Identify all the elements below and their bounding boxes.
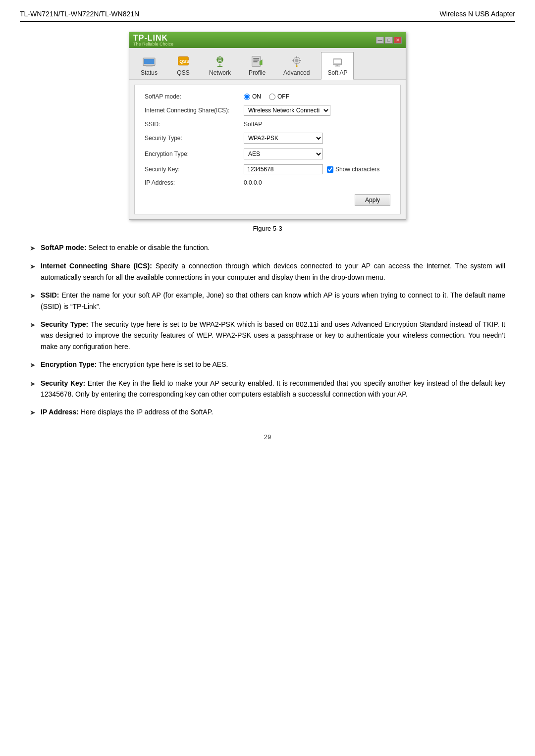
- bullet-arrow-0: ➤: [30, 243, 36, 253]
- doc-header-left: TL-WN721N/TL-WN722N/TL-WN821N: [20, 10, 139, 18]
- qss-icon: QSS: [175, 54, 191, 68]
- bullet-text-2: SSID: Enter the name for your soft AP (f…: [41, 290, 505, 312]
- nav-advanced[interactable]: Advanced: [277, 52, 316, 79]
- softap-mode-control: ON OFF: [244, 93, 390, 100]
- show-chars-checkbox[interactable]: [327, 166, 333, 173]
- softap-off-label: OFF: [277, 93, 289, 100]
- bullet-arrow-6: ➤: [30, 407, 36, 418]
- apply-button[interactable]: Apply: [355, 194, 390, 206]
- close-button[interactable]: ✕: [394, 37, 402, 44]
- encryption-type-label: Encryption Type:: [145, 151, 244, 157]
- bullet-text-3: Security Type: The security type here is…: [41, 319, 505, 352]
- app-window: TP-LINK The Reliable Choice — □ ✕ Status: [129, 32, 406, 220]
- bullet-term-4: Encryption Type:: [41, 360, 97, 368]
- body-content: ➤ SoftAP mode: Select to enable or disab…: [20, 242, 515, 418]
- softap-on-label: ON: [252, 93, 261, 100]
- ssid-row: SSID: SoftAP: [145, 121, 390, 128]
- bullet-desc-4: The encryption type here is set to be AE…: [97, 360, 228, 368]
- ip-address-control: 0.0.0.0: [244, 179, 390, 186]
- restore-button[interactable]: □: [385, 37, 393, 44]
- bullet-text-6: IP Address: Here displays the IP address…: [41, 406, 213, 417]
- show-chars-label[interactable]: Show characters: [327, 166, 379, 173]
- security-type-control: WPA2-PSK: [244, 133, 390, 144]
- brand-name: TP-LINK: [133, 34, 173, 42]
- status-icon: [141, 54, 157, 68]
- security-type-select[interactable]: WPA2-PSK: [244, 133, 323, 144]
- page-number: 29: [20, 433, 515, 441]
- minimize-button[interactable]: —: [376, 37, 384, 44]
- bullet-arrow-1: ➤: [30, 261, 36, 272]
- nav-status[interactable]: Status: [134, 52, 164, 79]
- ip-address-value: 0.0.0.0: [244, 179, 262, 186]
- bullet-term-2: SSID:: [41, 291, 59, 299]
- softap-on-input[interactable]: [244, 94, 250, 100]
- bullet-text-4: Encryption Type: The encryption type her…: [41, 359, 228, 370]
- bullet-item-1: ➤ Internet Connecting Share (ICS): Speci…: [30, 260, 505, 283]
- nav-qss[interactable]: QSS QSS: [169, 52, 198, 79]
- softap-off-radio[interactable]: OFF: [269, 93, 289, 100]
- security-key-input[interactable]: [244, 164, 323, 174]
- softap-on-radio[interactable]: ON: [244, 93, 261, 100]
- svg-rect-13: [253, 60, 259, 61]
- ics-row: Internet Connecting Share(ICS): Wireless…: [145, 105, 390, 116]
- softap-mode-radio-group: ON OFF: [244, 93, 289, 100]
- tp-link-logo: TP-LINK The Reliable Choice: [133, 34, 173, 47]
- svg-text:QSS: QSS: [179, 58, 189, 64]
- bullet-text-5: Security Key: Enter the Key in the field…: [41, 378, 505, 400]
- bullet-arrow-3: ➤: [30, 319, 36, 330]
- ics-select[interactable]: Wireless Network Connecti: [244, 105, 330, 116]
- svg-point-17: [295, 59, 298, 62]
- bullet-item-5: ➤ Security Key: Enter the Key in the fie…: [30, 378, 505, 400]
- window-controls: — □ ✕: [376, 37, 402, 44]
- profile-icon: [249, 54, 265, 68]
- title-bar: TP-LINK The Reliable Choice — □ ✕: [129, 32, 406, 48]
- ics-label: Internet Connecting Share(ICS):: [145, 107, 244, 114]
- network-icon: [212, 54, 228, 68]
- nav-profile-label: Profile: [249, 69, 266, 76]
- bullet-term-5: Security Key:: [41, 379, 85, 387]
- bullet-desc-3: The security type here is set to be WPA2…: [41, 320, 505, 351]
- nav-qss-label: QSS: [177, 69, 189, 76]
- nav-network-label: Network: [209, 69, 231, 76]
- nav-profile[interactable]: Profile: [242, 52, 272, 79]
- show-chars-text: Show characters: [335, 166, 379, 173]
- ssid-value: SoftAP: [244, 121, 262, 128]
- button-row: Apply: [145, 191, 390, 206]
- brand-tagline: The Reliable Choice: [133, 42, 173, 47]
- ics-control: Wireless Network Connecti: [244, 105, 390, 116]
- bullet-desc-6: Here displays the IP address of the Soft…: [79, 408, 213, 416]
- bullet-term-1: Internet Connecting Share (ICS):: [41, 262, 152, 270]
- security-key-label: Security Key:: [145, 166, 244, 173]
- bullet-arrow-2: ➤: [30, 290, 36, 301]
- advanced-icon: [289, 54, 305, 68]
- bullet-text-1: Internet Connecting Share (ICS): Specify…: [41, 260, 505, 283]
- security-type-row: Security Type: WPA2-PSK: [145, 133, 390, 144]
- security-key-row: Security Key: Show characters: [145, 164, 390, 174]
- bullet-term-0: SoftAP mode:: [41, 244, 86, 252]
- bullet-desc-5: Enter the Key in the field to make your …: [41, 379, 505, 398]
- softap-off-input[interactable]: [269, 94, 275, 100]
- ssid-control: SoftAP: [244, 121, 390, 128]
- svg-rect-26: [335, 66, 340, 67]
- bullet-desc-2: Enter the name for your soft AP (for exa…: [41, 291, 505, 310]
- softap-mode-row: SoftAP mode: ON OFF: [145, 93, 390, 100]
- bullet-item-2: ➤ SSID: Enter the name for your soft AP …: [30, 290, 505, 312]
- nav-softap[interactable]: Soft AP: [321, 52, 354, 80]
- svg-rect-12: [253, 58, 259, 59]
- nav-softap-label: Soft AP: [327, 69, 347, 76]
- bullet-item-0: ➤ SoftAP mode: Select to enable or disab…: [30, 242, 505, 253]
- nav-network[interactable]: Network: [203, 52, 237, 79]
- encryption-type-control: AES: [244, 149, 390, 159]
- ssid-label: SSID:: [145, 121, 244, 128]
- bullet-arrow-5: ➤: [30, 378, 36, 389]
- bullet-item-4: ➤ Encryption Type: The encryption type h…: [30, 359, 505, 370]
- encryption-type-select[interactable]: AES: [244, 149, 323, 159]
- bullet-term-3: Security Type:: [41, 320, 88, 328]
- doc-header: TL-WN721N/TL-WN722N/TL-WN821N Wireless N…: [20, 10, 515, 22]
- bullet-item-6: ➤ IP Address: Here displays the IP addre…: [30, 406, 505, 418]
- security-type-label: Security Type:: [145, 135, 244, 142]
- security-key-control: Show characters: [244, 164, 390, 174]
- svg-rect-24: [334, 60, 341, 63]
- nav-bar: Status QSS QSS: [129, 48, 406, 80]
- softap-icon: [329, 54, 345, 68]
